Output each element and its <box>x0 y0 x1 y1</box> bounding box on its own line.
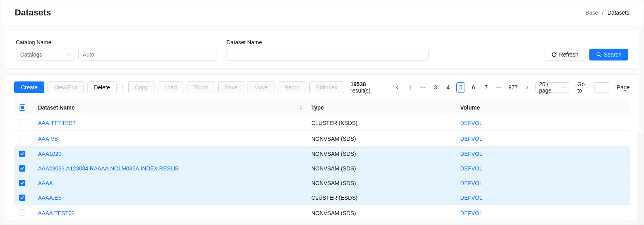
goto-input[interactable] <box>594 82 611 93</box>
row-checkbox-cell <box>14 115 33 131</box>
breadcrumb-current: Datasets <box>608 9 629 16</box>
page-ellipsis: ••• <box>418 82 427 93</box>
repro-button[interactable]: Repro <box>278 81 306 93</box>
next-page-button[interactable] <box>523 82 532 93</box>
refresh-icon <box>551 52 557 57</box>
dataset-name-link[interactable]: AAA.TTT.TEST <box>38 120 76 126</box>
table-row: AAA.VBNONVSAM (SDS)DEFVOL <box>14 131 630 147</box>
dataset-name-link[interactable]: AAA.VB <box>38 136 58 142</box>
results-number: 19538 <box>351 81 366 87</box>
page-header: Datasets Base / Datasets <box>0 0 644 25</box>
page-size-value: 20 / page <box>539 81 560 94</box>
svg-point-0 <box>597 53 600 56</box>
row-checkbox[interactable] <box>19 209 25 216</box>
page-1[interactable]: 1 <box>406 82 414 93</box>
row-checkbox[interactable] <box>19 165 25 172</box>
volume-link[interactable]: DEFVOL <box>460 120 482 126</box>
catalog-auto-input[interactable] <box>78 49 217 61</box>
table-row: AAA.TTT.TESTCLUSTER (KSDS)DEFVOL <box>14 115 630 131</box>
toolbar: Create View/Edit Delete Copy Load Touch … <box>14 81 630 94</box>
copy-button[interactable]: Copy <box>128 81 155 93</box>
dataset-label: Dataset Name <box>227 39 429 45</box>
chevron-down-icon <box>563 85 566 89</box>
table-row: AAAA.TEST02NONVSAM (SDS)DEFVOL <box>14 205 630 221</box>
row-checkbox[interactable] <box>19 195 25 201</box>
row-checkbox[interactable] <box>19 180 25 186</box>
dataset-name-link[interactable]: AAAA.ES <box>38 195 62 201</box>
dataset-filter-group: Dataset Name <box>227 39 429 61</box>
filter-panel: Catalog Name Catalogs Dataset Name <box>6 31 638 69</box>
svg-line-1 <box>600 55 601 57</box>
row-checkbox-cell <box>14 205 33 221</box>
main-content: Catalog Name Catalogs Dataset Name <box>0 25 644 225</box>
catalog-select[interactable]: Catalogs <box>16 49 75 61</box>
breadcrumb-base[interactable]: Base <box>585 9 598 16</box>
search-button[interactable]: Search <box>589 49 628 61</box>
delete-button[interactable]: Delete <box>87 81 116 93</box>
page-3[interactable]: 3 <box>431 82 440 93</box>
header-checkbox-cell <box>14 100 33 115</box>
prev-page-button[interactable] <box>393 82 402 93</box>
header-name-label: Dataset Name <box>38 104 75 111</box>
header-name[interactable]: Dataset Name ▲▼ <box>33 100 307 115</box>
create-button[interactable]: Create <box>14 81 44 93</box>
row-checkbox[interactable] <box>19 119 25 125</box>
dataset-name-link[interactable]: AAAA.TEST02 <box>38 210 75 216</box>
dataset-type: CLUSTER (KSDS) <box>307 115 455 131</box>
page-7[interactable]: 7 <box>482 82 490 93</box>
volume-link[interactable]: DEFVOL <box>460 136 482 142</box>
breadcrumb: Base / Datasets <box>585 9 629 16</box>
catalog-select-value: Catalogs <box>20 51 42 58</box>
page-4[interactable]: 4 <box>444 82 452 93</box>
scrollbar-track[interactable] <box>637 134 644 225</box>
chevron-down-icon <box>67 53 71 57</box>
table-panel: Create View/Edit Delete Copy Load Touch … <box>6 74 638 221</box>
load-button[interactable]: Load <box>158 81 183 93</box>
search-icon <box>596 52 602 57</box>
volume-link[interactable]: DEFVOL <box>460 195 482 201</box>
view-edit-button[interactable]: View/Edit <box>48 81 84 93</box>
page-suffix: Page <box>617 84 630 91</box>
catalog-label: Catalog Name <box>16 39 217 45</box>
touch-button[interactable]: Touch <box>187 81 215 93</box>
row-checkbox-cell <box>14 191 33 205</box>
row-checkbox[interactable] <box>19 135 25 141</box>
volume-link[interactable]: DEFVOL <box>460 165 482 172</box>
row-checkbox[interactable] <box>19 151 25 157</box>
header-type: Type <box>307 100 455 115</box>
refresh-button[interactable]: Refresh <box>545 49 585 61</box>
search-label: Search <box>604 51 621 58</box>
bldindex-button[interactable]: Bldindex <box>309 81 344 93</box>
select-all-checkbox[interactable] <box>19 104 25 111</box>
row-checkbox-cell <box>14 161 33 176</box>
table-row: AAAA.ESCLUSTER (ESDS)DEFVOL <box>14 191 630 205</box>
dataset-type: NONVSAM (SDS) <box>307 161 455 176</box>
dataset-type: NONVSAM (SDS) <box>307 147 455 161</box>
pagination: 1 ••• 3 4 5 6 7 ••• 977 20 / page Go to … <box>393 81 630 94</box>
dataset-name-input[interactable] <box>227 49 429 61</box>
dataset-name-link[interactable]: AAAA <box>38 180 53 186</box>
page-5[interactable]: 5 <box>456 82 465 93</box>
volume-link[interactable]: DEFVOL <box>460 151 482 157</box>
dataset-name-link[interactable]: AAA23033.A123034.RAAAA.NOLM036A.INDEX.RE… <box>38 165 179 172</box>
catalog-filter-group: Catalog Name Catalogs <box>16 39 217 61</box>
row-checkbox-cell <box>14 176 33 191</box>
volume-link[interactable]: DEFVOL <box>460 180 482 186</box>
datasets-table: Dataset Name ▲▼ Type Volume AAA.TTT.TEST… <box>14 100 630 221</box>
table-row: AAA1020NONVSAM (SDS)DEFVOL <box>14 147 630 161</box>
move-button[interactable]: Move <box>248 81 274 93</box>
goto-label: Go to <box>577 81 590 94</box>
save-button[interactable]: Save <box>218 81 244 93</box>
page-6[interactable]: 6 <box>469 82 478 93</box>
dataset-name-link[interactable]: AAA1020 <box>38 151 61 157</box>
page-ellipsis: ••• <box>494 82 503 93</box>
page-size-select[interactable]: 20 / page <box>535 82 570 93</box>
table-row: AAA23033.A123034.RAAAA.NOLM036A.INDEX.RE… <box>14 161 630 176</box>
dataset-type: CLUSTER (ESDS) <box>307 191 455 205</box>
page-last[interactable]: 977 <box>507 82 519 93</box>
toolbar-divider <box>122 84 123 91</box>
results-count: 19538 result(s) <box>351 81 387 94</box>
page-title: Datasets <box>15 8 51 18</box>
volume-link[interactable]: DEFVOL <box>460 210 482 216</box>
table-row: AAAANONVSAM (SDS)DEFVOL <box>14 176 630 191</box>
